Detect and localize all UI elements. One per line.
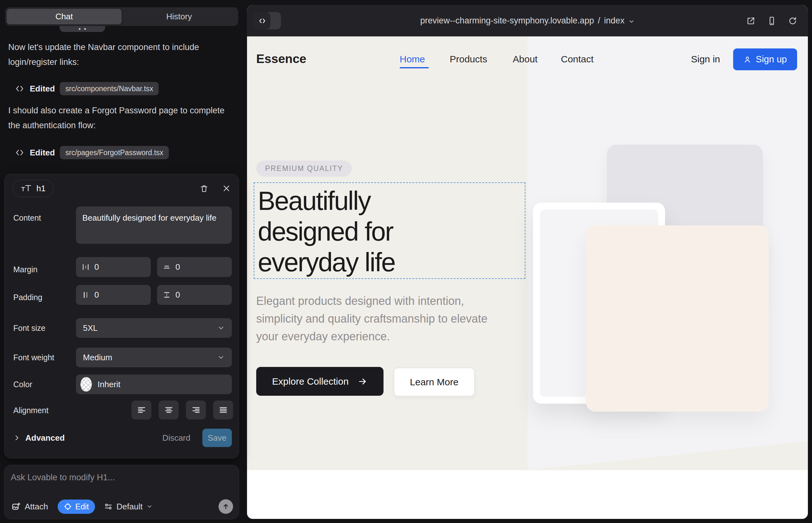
margin-horizontal-icon: [82, 263, 90, 271]
file-chip[interactable]: src/components/Navbar.tsx: [60, 82, 158, 95]
site-hero-section: Essence Home Products About Contact Sign…: [247, 36, 808, 470]
padding-vertical-input[interactable]: [157, 285, 232, 305]
crosshair-icon: [64, 502, 72, 511]
alignment-label: Alignment: [13, 406, 49, 415]
mobile-preview-icon[interactable]: [767, 16, 777, 26]
margin-horizontal-value[interactable]: [94, 262, 142, 272]
nav-link-contact[interactable]: Contact: [561, 54, 594, 65]
font-weight-select[interactable]: Medium: [76, 348, 232, 367]
close-icon[interactable]: [222, 184, 231, 193]
sliders-icon: [104, 502, 113, 511]
hero-heading-line: designed for: [258, 216, 525, 247]
tab-chat[interactable]: Chat: [7, 9, 122, 24]
element-tag-label: h1: [36, 184, 46, 194]
color-select[interactable]: Inherit: [76, 375, 232, 394]
chevron-down-icon: [217, 354, 225, 361]
advanced-toggle[interactable]: Advanced: [13, 433, 65, 443]
hero-heading: Beautifully designed for everyday life: [254, 183, 525, 278]
padding-vertical-value[interactable]: [175, 290, 223, 300]
padding-horizontal-icon: [82, 291, 90, 299]
padding-vertical-icon: [162, 291, 171, 299]
composer-toolbar: Attach Edit Default: [12, 499, 233, 514]
hero-badge: PREMIUM QUALITY: [256, 161, 352, 177]
decor-card-cream: [586, 226, 769, 412]
trash-icon[interactable]: [200, 184, 208, 193]
explore-collection-label: Explore Collection: [272, 376, 349, 387]
explore-collection-button[interactable]: Explore Collection: [256, 367, 384, 396]
refresh-icon[interactable]: [788, 16, 797, 26]
edit-label: Edit: [75, 502, 89, 511]
learn-more-button[interactable]: Learn More: [394, 367, 475, 396]
align-right-button[interactable]: [186, 400, 206, 419]
url-page: index: [604, 16, 624, 26]
selected-element-pill: h1: [13, 180, 54, 197]
code-icon: [15, 148, 25, 157]
element-selection-outline[interactable]: Beautifully designed for everyday life: [254, 182, 525, 279]
margin-vertical-value[interactable]: [175, 262, 223, 272]
font-weight-value: Medium: [83, 353, 112, 362]
edit-mode-button[interactable]: Edit: [58, 500, 95, 514]
discard-button[interactable]: Discard: [162, 433, 190, 443]
chevron-down-icon: [628, 18, 635, 25]
nav-link-home[interactable]: Home: [400, 54, 425, 65]
sign-up-button[interactable]: Sign up: [733, 49, 797, 70]
chevron-down-icon: [217, 324, 225, 332]
url-bar[interactable]: preview--charming-site-symphony.lovable.…: [247, 5, 808, 36]
assistant-message: Now let's update the Navbar component to…: [8, 40, 234, 70]
editor-footer: Advanced Discard Save: [13, 429, 232, 447]
assistant-message: I should also create a Forgot Password p…: [8, 103, 234, 133]
url-domain: preview--charming-site-symphony.lovable.…: [420, 16, 594, 26]
editor-header: h1: [13, 179, 231, 198]
font-size-value: 5XL: [83, 323, 98, 333]
align-center-button[interactable]: [159, 400, 179, 419]
padding-horizontal-value[interactable]: [94, 290, 142, 300]
chevron-right-icon: [13, 434, 20, 441]
align-left-button[interactable]: [131, 400, 152, 419]
margin-label: Margin: [13, 265, 37, 274]
align-justify-button[interactable]: [213, 400, 233, 419]
send-button[interactable]: [218, 499, 233, 514]
edited-file-row: Edited src/components/Navbar.tsx: [15, 82, 159, 96]
arrow-up-icon: [222, 503, 230, 510]
active-nav-underline: [400, 67, 429, 68]
sidebar-tabbar: Chat History: [5, 7, 238, 26]
chat-composer: Attach Edit Default: [4, 465, 239, 519]
color-label: Color: [13, 380, 32, 389]
sign-in-link[interactable]: Sign in: [691, 54, 720, 65]
tab-history[interactable]: History: [122, 9, 236, 24]
chevron-down-icon: [146, 503, 153, 510]
lovable-app-window: Chat History Now let's update the Navbar…: [0, 0, 812, 523]
element-editor-panel: h1 Content Beautifully designed for ever…: [4, 174, 239, 458]
chat-sidebar: Chat History Now let's update the Navbar…: [0, 0, 245, 523]
font-size-select[interactable]: 5XL: [76, 318, 232, 338]
preview-browser-panel: preview--charming-site-symphony.lovable.…: [247, 5, 808, 519]
file-chip[interactable]: src/pages/ForgotPassword.tsx: [60, 146, 169, 159]
margin-vertical-icon: [162, 263, 171, 271]
ellipsis-icon: [79, 28, 86, 30]
sign-up-label: Sign up: [756, 54, 787, 65]
nav-link-about[interactable]: About: [513, 54, 537, 65]
color-value: Inherit: [98, 380, 120, 390]
site-logo[interactable]: Essence: [256, 52, 306, 66]
url-separator: /: [598, 16, 600, 26]
image-plus-icon: [12, 502, 21, 511]
padding-horizontal-input[interactable]: [76, 285, 151, 305]
hero-heading-line: everyday life: [258, 247, 525, 278]
content-label: Content: [13, 213, 41, 222]
mode-label: Default: [117, 502, 142, 511]
user-icon: [743, 55, 752, 64]
alignment-button-group: [131, 400, 233, 419]
content-input[interactable]: Beautifully designed for everyday life: [76, 206, 232, 244]
margin-horizontal-input[interactable]: [76, 257, 151, 277]
nav-link-products[interactable]: Products: [450, 54, 487, 65]
margin-vertical-input[interactable]: [157, 257, 232, 277]
external-link-icon[interactable]: [746, 16, 756, 26]
attach-button[interactable]: Attach: [12, 502, 48, 511]
editor-header-actions: [200, 184, 231, 193]
advanced-label: Advanced: [25, 433, 65, 443]
font-weight-label: Font weight: [13, 353, 54, 362]
mode-selector[interactable]: Default: [104, 502, 153, 511]
save-button[interactable]: Save: [202, 429, 232, 447]
arrow-right-icon: [357, 376, 368, 386]
composer-input[interactable]: [11, 473, 229, 490]
